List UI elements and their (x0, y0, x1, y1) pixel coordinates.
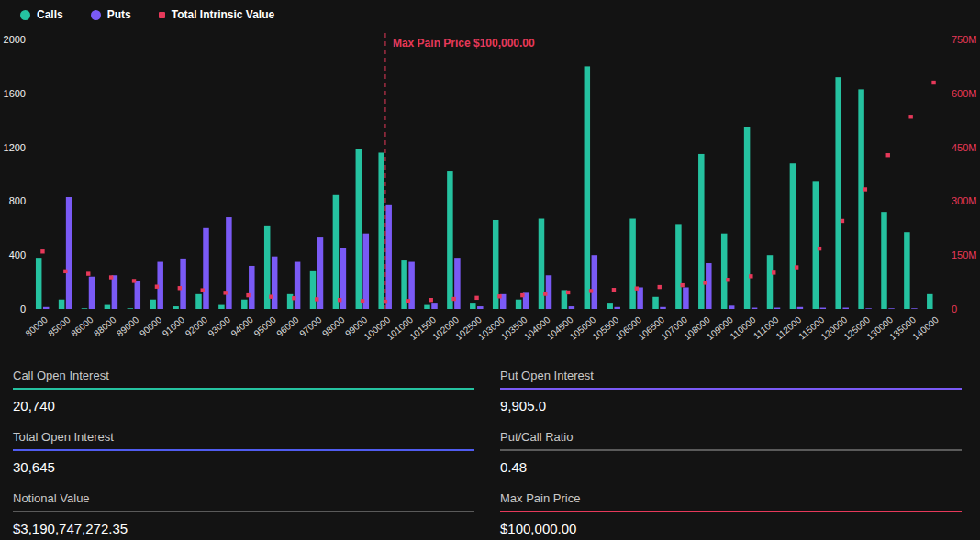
call-bar[interactable] (36, 258, 42, 309)
put-bar[interactable] (911, 308, 918, 309)
call-bar[interactable] (356, 149, 362, 309)
total-intrinsic-value-marker[interactable] (703, 281, 707, 284)
put-bar[interactable] (842, 308, 849, 309)
call-bar[interactable] (128, 308, 134, 309)
put-bar[interactable] (203, 228, 209, 309)
call-bar[interactable] (424, 305, 430, 309)
total-intrinsic-value-marker[interactable] (406, 299, 410, 303)
total-intrinsic-value-marker[interactable] (292, 296, 295, 300)
total-intrinsic-value-marker[interactable] (86, 271, 90, 275)
call-bar[interactable] (173, 306, 179, 309)
put-bar[interactable] (66, 197, 72, 309)
total-intrinsic-value-marker[interactable] (543, 292, 547, 295)
put-bar[interactable] (226, 217, 232, 309)
put-bar[interactable] (660, 307, 666, 309)
put-bar[interactable] (865, 308, 872, 309)
total-intrinsic-value-marker[interactable] (361, 299, 364, 303)
call-bar[interactable] (698, 154, 705, 309)
call-bar[interactable] (721, 234, 728, 309)
total-intrinsic-value-marker[interactable] (497, 294, 501, 298)
total-intrinsic-value-marker[interactable] (201, 288, 205, 292)
call-bar[interactable] (516, 300, 522, 309)
put-bar[interactable] (295, 262, 301, 309)
total-intrinsic-value-marker[interactable] (246, 293, 250, 297)
call-bar[interactable] (195, 294, 202, 309)
total-intrinsic-value-marker[interactable] (612, 288, 616, 292)
put-bar[interactable] (180, 259, 186, 309)
put-bar[interactable] (888, 308, 895, 309)
put-bar[interactable] (820, 308, 827, 309)
total-intrinsic-value-marker[interactable] (749, 274, 752, 278)
call-bar[interactable] (105, 305, 111, 309)
call-bar[interactable] (585, 66, 591, 309)
call-bar[interactable] (310, 271, 317, 309)
total-intrinsic-value-marker[interactable] (841, 219, 844, 223)
legend-item-calls[interactable]: Calls (20, 8, 63, 21)
put-bar[interactable] (774, 308, 781, 309)
call-bar[interactable] (652, 297, 659, 309)
total-intrinsic-value-marker[interactable] (520, 293, 524, 297)
put-bar[interactable] (477, 306, 484, 309)
call-bar[interactable] (904, 232, 910, 309)
total-intrinsic-value-marker[interactable] (474, 296, 478, 300)
total-intrinsic-value-marker[interactable] (635, 286, 639, 290)
put-bar[interactable] (592, 255, 598, 309)
total-intrinsic-value-marker[interactable] (818, 247, 821, 250)
total-intrinsic-value-marker[interactable] (63, 270, 67, 273)
put-bar[interactable] (454, 258, 461, 309)
call-bar[interactable] (241, 300, 248, 309)
put-bar[interactable] (797, 307, 804, 309)
total-intrinsic-value-marker[interactable] (269, 294, 273, 298)
call-bar[interactable] (927, 294, 933, 309)
total-intrinsic-value-marker[interactable] (315, 297, 318, 301)
call-bar[interactable] (813, 181, 819, 309)
call-bar[interactable] (82, 308, 88, 309)
put-bar[interactable] (569, 306, 575, 309)
total-intrinsic-value-marker[interactable] (795, 265, 798, 269)
legend-item-total-intrinsic-value[interactable]: Total Intrinsic Value (159, 8, 274, 21)
put-bar[interactable] (43, 307, 50, 309)
call-bar[interactable] (629, 219, 636, 309)
put-bar[interactable] (272, 257, 278, 309)
put-bar[interactable] (249, 266, 255, 309)
put-bar[interactable] (614, 307, 620, 309)
call-bar[interactable] (675, 224, 682, 309)
call-bar[interactable] (447, 171, 453, 309)
options-oi-chart[interactable]: 04008001200160020000150M300M450M600M750M… (0, 0, 980, 356)
put-bar[interactable] (431, 303, 438, 309)
call-bar[interactable] (767, 255, 774, 309)
put-bar[interactable] (112, 275, 117, 309)
total-intrinsic-value-marker[interactable] (429, 298, 433, 302)
total-intrinsic-value-marker[interactable] (908, 115, 912, 118)
total-intrinsic-value-marker[interactable] (178, 286, 182, 290)
total-intrinsic-value-marker[interactable] (658, 285, 662, 289)
call-bar[interactable] (378, 152, 384, 309)
call-bar[interactable] (881, 212, 887, 309)
call-bar[interactable] (470, 303, 476, 309)
put-bar[interactable] (385, 205, 392, 309)
put-bar[interactable] (637, 287, 643, 309)
call-bar[interactable] (150, 300, 156, 309)
call-bar[interactable] (59, 300, 65, 309)
call-bar[interactable] (744, 127, 751, 309)
call-bar[interactable] (607, 303, 613, 309)
put-bar[interactable] (706, 263, 712, 309)
total-intrinsic-value-marker[interactable] (772, 270, 775, 274)
call-bar[interactable] (790, 163, 796, 309)
call-bar[interactable] (835, 77, 841, 309)
total-intrinsic-value-marker[interactable] (451, 297, 455, 301)
total-intrinsic-value-marker[interactable] (223, 291, 227, 294)
legend-item-puts[interactable]: Puts (91, 8, 131, 21)
call-bar[interactable] (858, 89, 864, 309)
put-bar[interactable] (752, 308, 758, 309)
put-bar[interactable] (683, 287, 689, 309)
total-intrinsic-value-marker[interactable] (109, 275, 113, 279)
total-intrinsic-value-marker[interactable] (155, 284, 159, 288)
put-bar[interactable] (363, 234, 370, 309)
total-intrinsic-value-marker[interactable] (863, 187, 867, 191)
total-intrinsic-value-marker[interactable] (132, 279, 136, 282)
total-intrinsic-value-marker[interactable] (726, 278, 729, 281)
call-bar[interactable] (218, 305, 225, 309)
total-intrinsic-value-marker[interactable] (566, 291, 570, 294)
total-intrinsic-value-marker[interactable] (886, 153, 890, 157)
